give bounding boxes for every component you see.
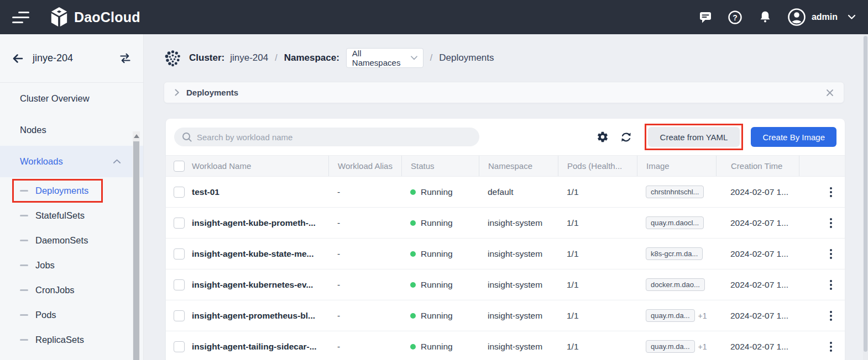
namespace-cell: insight-system: [479, 331, 558, 360]
row-checkbox[interactable]: [174, 218, 185, 229]
dash-icon: [20, 215, 28, 216]
sidebar-item-cluster-overview[interactable]: Cluster Overview: [0, 83, 143, 114]
toolbar: Create from YAML Create By Image: [166, 119, 845, 155]
cluster-label: Cluster:: [189, 52, 224, 63]
search-input[interactable]: [197, 133, 462, 142]
sidebar-item-replicasets[interactable]: ReplicaSets: [0, 327, 143, 352]
workload-alias: -: [328, 177, 401, 207]
gear-icon[interactable]: [597, 131, 609, 143]
image-tag[interactable]: k8s-gcr.m.da...: [646, 247, 703, 260]
table-header: Workload Name Workload Alias Status Name…: [166, 155, 845, 176]
sync-icon[interactable]: [118, 52, 132, 65]
brand[interactable]: DaoCloud: [50, 7, 140, 28]
breadcrumb-separator: /: [275, 53, 277, 63]
kebab-menu-icon[interactable]: [828, 216, 834, 230]
search-box[interactable]: [174, 128, 479, 146]
column-header-workload-alias[interactable]: Workload Alias: [328, 156, 401, 176]
sidebar-scrollbar[interactable]: [133, 131, 140, 360]
row-checkbox[interactable]: [174, 248, 185, 260]
cluster-dots-icon: [164, 50, 181, 67]
username: admin: [812, 12, 838, 22]
create-from-yaml-button[interactable]: Create from YAML: [648, 127, 740, 147]
chat-icon[interactable]: [698, 9, 713, 25]
creation-time-cell: 2024-02-07 1...: [716, 177, 799, 207]
workload-name-link[interactable]: insight-agent-kube-state-me...: [191, 239, 328, 269]
sidebar-item-jobs[interactable]: Jobs: [0, 253, 143, 278]
search-icon: [182, 132, 192, 142]
svg-text:?: ?: [733, 13, 738, 22]
status-cell: Running: [401, 208, 479, 238]
close-icon[interactable]: [826, 89, 834, 97]
row-checkbox[interactable]: [174, 341, 185, 352]
column-header-creation-time[interactable]: Creation Time: [716, 156, 799, 176]
image-extra-count: +1: [698, 342, 707, 351]
creation-time-cell: 2024-02-07 1...: [716, 300, 799, 331]
table-row: insight-agent-tailing-sidecar-... - Runn…: [166, 331, 845, 360]
user-menu[interactable]: admin: [787, 8, 838, 27]
column-header-status[interactable]: Status: [401, 156, 479, 176]
page-scrollbar[interactable]: [863, 34, 868, 360]
pods-cell: 1/1: [558, 269, 637, 300]
sidebar-item-pods[interactable]: Pods: [0, 303, 143, 327]
dash-icon: [20, 240, 28, 241]
sidebar-item-daemonsets[interactable]: DaemonSets: [0, 228, 143, 253]
refresh-icon[interactable]: [620, 131, 632, 144]
image-cell: quay.m.da...+1: [637, 331, 716, 360]
workload-name-link[interactable]: insight-agent-tailing-sidecar-...: [191, 331, 328, 360]
page-scrollbar-thumb[interactable]: [864, 36, 867, 352]
workload-name-link[interactable]: insight-agent-kube-prometh-...: [191, 208, 328, 238]
namespace-cell: insight-system: [479, 208, 558, 238]
hamburger-icon[interactable]: [12, 12, 33, 23]
namespace-cell: insight-system: [479, 269, 558, 300]
scrollbar-thumb[interactable]: [133, 141, 139, 360]
sidebar-item-nodes[interactable]: Nodes: [0, 114, 143, 146]
status-text: Running: [421, 218, 453, 228]
kebab-menu-icon[interactable]: [828, 309, 834, 323]
row-checkbox[interactable]: [174, 279, 185, 290]
status-text: Running: [421, 342, 453, 352]
chevron-down-icon[interactable]: [848, 14, 856, 20]
kebab-menu-icon[interactable]: [828, 340, 834, 354]
select-all-checkbox[interactable]: [174, 161, 185, 172]
sidebar-item-deployments[interactable]: Deployments: [0, 178, 143, 203]
sidebar-menu: Cluster Overview Nodes Workloads Deploym…: [0, 83, 143, 360]
image-tag[interactable]: chrstnhntschl...: [646, 186, 704, 198]
status-dot: [410, 344, 416, 350]
image-tag[interactable]: quay.m.da...: [646, 309, 695, 322]
row-checkbox[interactable]: [174, 187, 185, 198]
image-cell: quay.m.daocl...: [637, 208, 716, 238]
sidebar-item-label: Cluster Overview: [20, 93, 90, 104]
column-header-image[interactable]: Image: [637, 156, 716, 176]
red-highlight-box: Create from YAML: [645, 124, 744, 150]
kebab-menu-icon[interactable]: [828, 247, 834, 261]
kebab-menu-icon[interactable]: [828, 185, 834, 199]
column-header-pods[interactable]: Pods (Health...: [558, 156, 637, 176]
column-header-namespace[interactable]: Namespace: [479, 156, 558, 176]
back-arrow-icon[interactable]: [11, 52, 24, 65]
breadcrumb-chevron-icon[interactable]: [174, 89, 180, 96]
workload-name-link[interactable]: insight-agent-kubernetes-ev...: [191, 269, 328, 300]
context-header: Cluster: jinye-204 / Namespace: All Name…: [144, 34, 868, 82]
bell-icon[interactable]: [757, 9, 773, 25]
scrollbar-up-arrow-icon[interactable]: [134, 134, 139, 138]
table-row: insight-agent-kube-state-me... - Running…: [166, 238, 845, 269]
status-cell: Running: [401, 331, 479, 360]
column-header-workload-name[interactable]: Workload Name: [191, 156, 328, 176]
help-icon[interactable]: ?: [728, 9, 743, 25]
image-tag[interactable]: quay.m.da...: [646, 340, 695, 353]
kebab-menu-icon[interactable]: [828, 278, 834, 292]
image-tag[interactable]: docker.m.dao...: [646, 278, 705, 291]
workloads-card: Create from YAML Create By Image Workloa…: [166, 119, 845, 360]
image-cell: docker.m.dao...: [637, 269, 716, 300]
row-checkbox[interactable]: [174, 310, 185, 321]
create-by-image-button[interactable]: Create By Image: [751, 127, 836, 147]
status-cell: Running: [401, 239, 479, 269]
workload-name-link[interactable]: test-01: [191, 177, 328, 207]
pods-cell: 1/1: [558, 177, 637, 207]
sidebar-item-statefulsets[interactable]: StatefulSets: [0, 203, 143, 228]
sidebar-item-cronjobs[interactable]: CronJobs: [0, 278, 143, 303]
sidebar-item-workloads[interactable]: Workloads: [0, 146, 143, 177]
image-tag[interactable]: quay.m.daocl...: [646, 216, 704, 229]
namespace-select[interactable]: All Namespaces: [346, 48, 423, 68]
workload-name-link[interactable]: insight-agent-prometheus-bl...: [191, 300, 328, 331]
